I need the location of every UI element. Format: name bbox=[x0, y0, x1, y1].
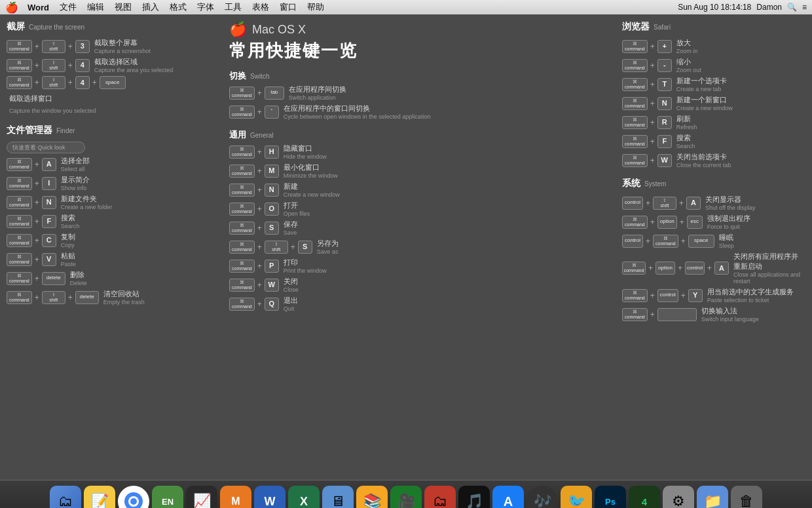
dock-matlab[interactable]: M bbox=[220, 486, 251, 508]
del-key: delete bbox=[42, 272, 65, 285]
cmd-key: ⌘command bbox=[229, 203, 255, 216]
menu-file[interactable]: 文件 bbox=[56, 1, 81, 13]
key-v: V bbox=[42, 253, 56, 266]
menu-format[interactable]: 格式 bbox=[166, 1, 191, 13]
system-title: 系统 System bbox=[622, 178, 805, 189]
key-i: I bbox=[42, 177, 56, 190]
dock-notes[interactable]: 📝 bbox=[84, 486, 115, 508]
quick-look-field[interactable]: 快速查看 Quick look bbox=[7, 142, 85, 153]
dock-music[interactable]: 🎶 bbox=[526, 486, 558, 508]
key-n3: N bbox=[657, 97, 672, 110]
cmd-key: ⌘command bbox=[229, 87, 255, 100]
shortcut-row: ⌘command + ` 在应用程序中的窗口间切换Cycle between o… bbox=[229, 104, 609, 120]
cmd-key: ⌘command bbox=[622, 154, 648, 167]
dock-eudic[interactable]: EN bbox=[152, 486, 183, 508]
svg-point-2 bbox=[130, 498, 137, 505]
key-h: H bbox=[265, 146, 279, 159]
cmd-key: ⌘command bbox=[7, 76, 32, 89]
cmd-key: ⌘command bbox=[7, 234, 32, 247]
finder-section: 文件管理器 Finder 快速查看 Quick look ⌘command + … bbox=[7, 125, 216, 305]
dock-word[interactable]: W bbox=[254, 486, 286, 508]
shortcut-row: ⌘command + V 粘贴Paste bbox=[7, 251, 216, 267]
browser-section: 浏览器 Safari ⌘command + + 放大Zoom in ⌘comma… bbox=[622, 21, 805, 168]
menu-edit[interactable]: 编辑 bbox=[83, 1, 108, 13]
dock-keynote[interactable]: 🖥 bbox=[322, 486, 354, 508]
dock-stocks[interactable]: 📈 bbox=[186, 486, 217, 508]
space-key3 bbox=[657, 308, 697, 321]
key-plus: + bbox=[657, 40, 672, 53]
cmd-key: ⌘command bbox=[7, 196, 32, 209]
shortcut-row: ⌘command + option + esc 强制退出程序Force to q… bbox=[622, 214, 805, 230]
menu-font[interactable]: 字体 bbox=[193, 1, 218, 13]
menu-tools[interactable]: 工具 bbox=[221, 1, 246, 13]
cmd-key: ⌘command bbox=[7, 59, 32, 72]
shortcut-row: ⌘command + F 搜索Search bbox=[7, 213, 216, 229]
opt-key: option bbox=[657, 216, 677, 229]
key-t: T bbox=[657, 78, 672, 91]
dock-chrome[interactable] bbox=[118, 486, 149, 508]
browser-title: 浏览器 Safari bbox=[622, 21, 805, 33]
dock: 🗂 📝 EN 📈 M W X 🖥 📚 🎥 🗂 🎵 A 🎶 🐦 Ps 4 ⚙ 📁 … bbox=[0, 480, 812, 508]
key-a: A bbox=[42, 158, 56, 171]
cmd-key: ⌘command bbox=[229, 165, 255, 178]
dock-itunes[interactable]: 🎵 bbox=[458, 486, 490, 508]
cmd-key: ⌘command bbox=[7, 215, 32, 228]
key-n: N bbox=[42, 196, 56, 209]
shortcut-row: ⌘command + Q 退出Quit bbox=[229, 296, 609, 312]
dock-finder[interactable]: 🗂 bbox=[50, 486, 81, 508]
dock-facetime[interactable]: 🎥 bbox=[390, 486, 422, 508]
key-backtick: ` bbox=[265, 106, 279, 119]
app-name-menu[interactable]: Word bbox=[24, 3, 53, 12]
menu-insert[interactable]: 插入 bbox=[138, 1, 163, 13]
apple-menu[interactable]: 🍎 bbox=[5, 1, 18, 14]
dock-excel[interactable]: X bbox=[288, 486, 320, 508]
shortcut-row: ⌘command + O 打开Open files bbox=[229, 201, 609, 217]
key-f2: F bbox=[657, 135, 672, 148]
cmd-key: ⌘command bbox=[229, 260, 255, 273]
shortcut-row: control + ⌘command + space 睡眠Sleep bbox=[622, 233, 805, 249]
esc-key: esc bbox=[687, 216, 703, 229]
dock-trash[interactable]: 🗑 bbox=[731, 486, 762, 508]
dock-tweetbot[interactable]: 🐦 bbox=[561, 486, 592, 508]
cmd-key: ⌘command bbox=[653, 235, 678, 248]
shortcut-row: ⌘command + tab 在应用程序间切换Switch applicatio… bbox=[229, 85, 609, 101]
menu-table[interactable]: 表格 bbox=[248, 1, 273, 13]
system-section: 系统 System control + ⇧shift + A 关闭显示器Shut… bbox=[622, 178, 805, 322]
shortcut-row: control + ⇧shift + A 关闭显示器Shut off the d… bbox=[622, 195, 805, 211]
ctrl-key: control bbox=[685, 262, 705, 275]
cmd-key: ⌘command bbox=[7, 272, 32, 285]
menu-window[interactable]: 窗口 bbox=[276, 1, 301, 13]
dock-4peaks[interactable]: 4 bbox=[629, 486, 660, 508]
dock-files[interactable]: 📁 bbox=[697, 486, 728, 508]
cmd-key: ⌘command bbox=[229, 146, 255, 159]
dock-books[interactable]: 📚 bbox=[356, 486, 388, 508]
dock-pref[interactable]: ⚙ bbox=[663, 486, 694, 508]
list-icon[interactable]: ≡ bbox=[802, 3, 807, 12]
ctrl-key: control bbox=[622, 197, 643, 210]
dock-appstore[interactable]: A bbox=[492, 486, 524, 508]
shortcut-row: ⌘command + C 复制Copy bbox=[7, 232, 216, 248]
dock-paragon[interactable]: 🗂 bbox=[424, 486, 456, 508]
screenshot-title: 截屏 Capture the screen bbox=[7, 21, 216, 33]
space-key: space bbox=[100, 76, 126, 89]
menu-help[interactable]: 帮助 bbox=[303, 1, 328, 13]
shift-key: ⇧shift bbox=[653, 197, 676, 210]
key-a3: A bbox=[714, 262, 729, 275]
key-o: O bbox=[265, 203, 279, 216]
search-icon[interactable]: 🔍 bbox=[787, 3, 797, 12]
cmd-key: ⌘command bbox=[229, 222, 255, 235]
key-r: R bbox=[657, 116, 672, 129]
shortcut-row: ⌘command + W 关闭Close bbox=[229, 277, 609, 293]
menu-view[interactable]: 视图 bbox=[111, 1, 136, 13]
cmd-key: ⌘command bbox=[7, 253, 32, 266]
shortcut-desc: 截取整个屏幕 Capture a screenshot bbox=[94, 38, 151, 54]
cmd-key: ⌘command bbox=[622, 40, 648, 53]
screenshot-section: 截屏 Capture the screen ⌘command + ⇧shift … bbox=[7, 21, 216, 115]
shortcut-row: ⌘command + S 保存Save bbox=[229, 220, 609, 236]
dock-photoshop[interactable]: Ps bbox=[595, 486, 626, 508]
key-f: F bbox=[42, 215, 56, 228]
shortcut-row: ⌘command + W 关闭当前选项卡Close the current ta… bbox=[622, 152, 805, 168]
key-p: P bbox=[265, 260, 279, 273]
general-title: 通用 General bbox=[229, 129, 609, 141]
shift-key: ⇧shift bbox=[42, 291, 65, 304]
